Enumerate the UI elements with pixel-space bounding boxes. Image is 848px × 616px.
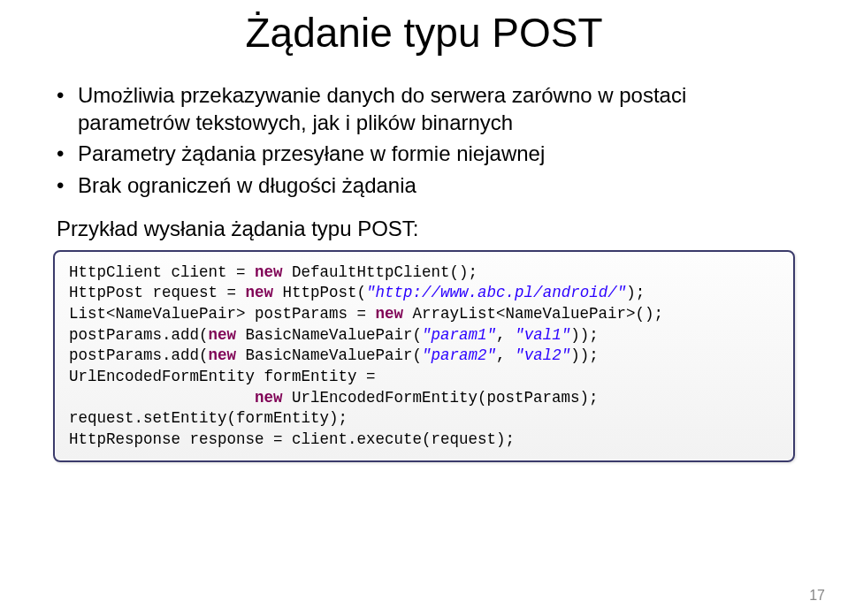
- slide: Żądanie typu POST Umożliwia przekazywani…: [0, 0, 848, 616]
- code-text: UrlEncodedFormEntity(postParams);: [283, 389, 599, 407]
- code-text: postParams.add(: [69, 346, 209, 364]
- code-text: List<NameValuePair> postParams =: [69, 305, 376, 323]
- code-text: HttpPost(: [273, 284, 366, 301]
- slide-title: Żądanie typu POST: [53, 9, 795, 57]
- code-keyword: new: [255, 263, 283, 281]
- code-text: request.setEntity(formEntity);: [69, 409, 348, 427]
- code-string: "param2": [422, 346, 496, 364]
- code-text: ,: [496, 346, 515, 364]
- code-text: BasicNameValuePair(: [236, 346, 422, 364]
- code-string: "val2": [515, 346, 570, 364]
- code-string: "val1": [515, 326, 570, 344]
- code-keyword: new: [209, 346, 237, 364]
- code-string: "http://www.abc.pl/android/": [366, 284, 626, 301]
- code-text: BasicNameValuePair(: [236, 326, 422, 344]
- example-label: Przykład wysłania żądania typu POST:: [57, 217, 795, 241]
- code-text: ));: [570, 326, 599, 344]
- code-text: HttpPost request =: [69, 284, 246, 301]
- code-keyword: new: [209, 326, 237, 344]
- code-keyword: new: [376, 305, 404, 323]
- code-text: ,: [496, 326, 515, 344]
- code-keyword: new: [246, 284, 274, 301]
- code-text: HttpClient client =: [69, 263, 255, 281]
- code-text: UrlEncodedFormEntity formEntity =: [69, 368, 376, 385]
- bullet-list: Umożliwia przekazywanie danych do serwer…: [53, 81, 795, 199]
- code-string: "param1": [422, 326, 496, 344]
- code-text: DefaultHttpClient();: [283, 263, 478, 281]
- code-text: HttpResponse response = client.execute(r…: [69, 430, 515, 448]
- bullet-item: Parametry żądania przesyłane w formie ni…: [78, 140, 795, 167]
- code-text: ArrayList<NameValuePair>();: [403, 305, 663, 323]
- page-number: 17: [809, 588, 825, 604]
- code-block: HttpClient client = new DefaultHttpClien…: [53, 250, 795, 463]
- code-keyword: new: [255, 389, 283, 407]
- code-text: [69, 389, 255, 407]
- code-text: );: [626, 284, 645, 301]
- code-text: postParams.add(: [69, 326, 209, 344]
- code-text: ));: [570, 346, 599, 364]
- bullet-item: Umożliwia przekazywanie danych do serwer…: [78, 81, 795, 136]
- bullet-item: Brak ograniczeń w długości żądania: [78, 171, 795, 199]
